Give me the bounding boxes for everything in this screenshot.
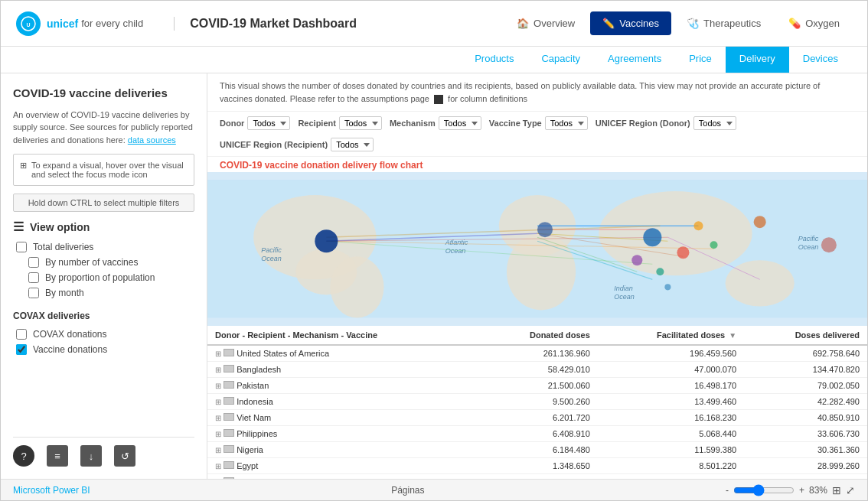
row-delivered: 692.758.640 (744, 345, 867, 362)
expand-row-btn[interactable]: ⊞ (215, 478, 221, 480)
fit-page-icon[interactable]: ⊞ (832, 484, 841, 496)
checkbox-vaccine-donations[interactable] (16, 344, 27, 355)
row-country: ⊞ Philippines (207, 425, 481, 441)
top-bar: U unicef for every child COVID-19 Market… (1, 1, 867, 47)
table-header-row: Donor - Recipient - Mechanism - Vaccine … (207, 326, 867, 345)
svg-text:Ocean: Ocean (614, 293, 635, 301)
svg-point-33 (710, 241, 718, 249)
info-bar: This visual shows the number of doses do… (207, 73, 867, 112)
option-by-proportion[interactable]: By proportion of population (16, 272, 194, 283)
nav-tab-vaccines-label: Vaccines (619, 18, 659, 29)
zoom-plus-btn[interactable]: + (799, 485, 804, 496)
row-delivered: 40.850.910 (744, 409, 867, 425)
country-flag (224, 445, 234, 453)
table-row: ⊞ Uganda 1.319.080 7.948.980 17.350.420 (207, 473, 867, 479)
row-facilitated: 11.599.380 (598, 441, 744, 457)
dashboard-title: COVID-19 Market Dashboard (174, 17, 357, 31)
filter-mechanism-select[interactable]: Todos (439, 116, 481, 130)
country-name: Pakistan (237, 381, 269, 390)
expand-row-btn[interactable]: ⊞ (215, 446, 221, 454)
nav-tab-overview-label: Overview (534, 18, 575, 29)
tab-devices[interactable]: Devices (789, 47, 852, 73)
power-bi-link[interactable]: Microsoft Power BI (13, 485, 90, 496)
filter-donor-select[interactable]: Todos (247, 116, 290, 130)
left-panel-description: An overview of COVID-19 vaccine deliveri… (13, 109, 194, 147)
nav-tab-oxygen[interactable]: 💊 Oxygen (776, 11, 852, 35)
nav-tab-therapeutics-label: Therapeutics (703, 18, 761, 29)
therapeutics-icon: 🩺 (687, 18, 699, 29)
row-country: ⊞ Indonesia (207, 393, 481, 409)
svg-point-35 (656, 268, 664, 275)
col-header-facilitated-doses[interactable]: Facilitated doses ▼ (598, 326, 744, 345)
filter-unicef-recipient-select[interactable]: Todos (331, 138, 374, 151)
option-covax-donations[interactable]: COVAX donations (16, 329, 194, 340)
row-donated: 1.348.650 (481, 457, 598, 473)
expand-row-btn[interactable]: ⊞ (215, 462, 221, 470)
option-by-month[interactable]: By month (16, 288, 194, 298)
nav-tab-therapeutics[interactable]: 🩺 Therapeutics (674, 11, 773, 35)
tab-products[interactable]: Products (461, 47, 527, 73)
checkbox-covax-donations[interactable] (16, 329, 27, 340)
help-icon[interactable]: ? (13, 445, 34, 467)
col-header-doses-delivered[interactable]: Doses delivered (744, 326, 867, 345)
option-by-number[interactable]: By number of vaccines (16, 257, 194, 268)
unicef-text: unicef (47, 18, 78, 30)
download-icon[interactable]: ↓ (80, 445, 102, 467)
report-icon[interactable]: ≡ (47, 445, 68, 467)
expand-icon[interactable]: ⤢ (846, 484, 855, 496)
hamburger-icon[interactable]: ☰ (13, 220, 24, 234)
assumptions-icon (434, 95, 443, 104)
expand-row-btn[interactable]: ⊞ (215, 350, 221, 358)
nav-tab-overview[interactable]: 🏠 Overview (504, 11, 587, 35)
tab-agreements[interactable]: Agreements (594, 47, 675, 73)
country-flag (224, 461, 234, 469)
expand-row-btn[interactable]: ⊞ (215, 382, 221, 390)
checkbox-total[interactable] (16, 242, 27, 252)
status-bar: Microsoft Power BI Páginas - + 83% ⊞ ⤢ (1, 479, 867, 500)
right-panel: This visual shows the number of doses do… (207, 73, 867, 479)
row-facilitated: 16.168.230 (598, 409, 744, 425)
country-flag (224, 381, 234, 389)
svg-text:Indian: Indian (614, 285, 633, 292)
row-donated: 6.201.720 (481, 409, 598, 425)
row-facilitated: 13.499.460 (598, 393, 744, 409)
row-country: ⊞ Bangladesh (207, 361, 481, 377)
view-options-group: Total deliveries By number of vaccines B… (13, 242, 194, 298)
filter-mechanism: Mechanism Todos (390, 116, 481, 130)
data-table: Donor - Recipient - Mechanism - Vaccine … (207, 326, 867, 480)
data-sources-link[interactable]: data sources (128, 135, 176, 145)
option-total-deliveries[interactable]: Total deliveries (16, 242, 194, 252)
sort-icon: ▼ (729, 331, 736, 340)
checkbox-by-number[interactable] (28, 257, 39, 268)
expand-row-btn[interactable]: ⊞ (215, 430, 221, 438)
expand-row-btn[interactable]: ⊞ (215, 398, 221, 406)
country-name: Viet Nam (237, 413, 271, 422)
filter-recipient-select[interactable]: Todos (339, 116, 382, 130)
filter-vaccine-type-select[interactable]: Todos (545, 116, 588, 130)
expand-row-btn[interactable]: ⊞ (215, 366, 221, 374)
option-vaccine-donations[interactable]: Vaccine donations (16, 344, 194, 355)
zoom-slider[interactable] (733, 484, 795, 496)
col-header-donor-recipient[interactable]: Donor - Recipient - Mechanism - Vaccine (207, 326, 481, 345)
row-donated: 21.500.060 (481, 377, 598, 393)
map-area[interactable]: Pacific Ocean Atlantic Ocean Indian Ocea… (207, 172, 867, 326)
col-header-donated-doses[interactable]: Donated doses (481, 326, 598, 345)
zoom-value: 83% (809, 485, 827, 496)
table-row: ⊞ Nigeria 6.184.480 11.599.380 30.361.36… (207, 441, 867, 457)
tab-capacity[interactable]: Capacity (527, 47, 594, 73)
checkbox-by-proportion[interactable] (28, 272, 39, 283)
expand-row-btn[interactable]: ⊞ (215, 414, 221, 422)
filters-row: Donor Todos Recipient Todos Mechanism To… (207, 112, 867, 157)
row-country: ⊞ Uganda (207, 473, 481, 479)
filter-unicef-region-select[interactable]: Todos (693, 116, 736, 130)
tab-delivery[interactable]: Delivery (726, 47, 789, 73)
vaccine-icon: ✏️ (602, 18, 615, 29)
home-icon: 🏠 (517, 18, 529, 29)
tab-price[interactable]: Price (675, 47, 726, 73)
unicef-logo: U unicef for every child (16, 11, 143, 36)
checkbox-by-month[interactable] (28, 288, 39, 298)
refresh-icon[interactable]: ↺ (114, 445, 135, 467)
row-country: ⊞ United States of America (207, 345, 481, 362)
nav-tab-vaccines[interactable]: ✏️ Vaccines (590, 11, 671, 35)
zoom-minus-btn[interactable]: - (726, 485, 729, 496)
